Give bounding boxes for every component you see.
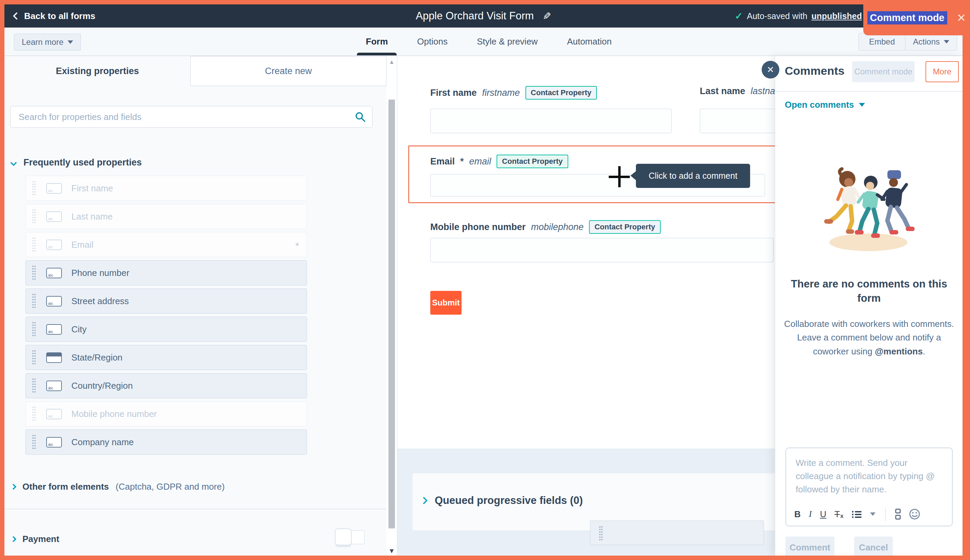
- drag-handle-icon: [32, 406, 36, 422]
- other-form-elements-toggle[interactable]: Other form elements (Captcha, GDPR and m…: [11, 482, 225, 492]
- queued-progressive-toggle[interactable]: Queued progressive fields (0): [421, 494, 583, 507]
- contact-property-badge: Contact Property: [525, 86, 597, 100]
- drag-handle-icon[interactable]: [32, 322, 36, 337]
- divider: [4, 509, 387, 509]
- field-label-last-name: Last name lastname: [700, 86, 775, 97]
- last-name-input[interactable]: [700, 109, 775, 133]
- drag-handle-icon[interactable]: [32, 434, 36, 450]
- property-item-phone-number[interactable]: Phone number: [25, 260, 307, 285]
- composer-placeholder: Write a comment. Send your colleague a n…: [786, 448, 952, 496]
- drag-handle-icon[interactable]: [32, 350, 36, 365]
- emoji-icon[interactable]: [909, 508, 920, 520]
- chevron-down-icon: [859, 103, 865, 107]
- scrollbar-thumb[interactable]: [388, 100, 395, 528]
- open-comments-filter[interactable]: Open comments: [785, 100, 865, 110]
- mobile-phone-input[interactable]: [430, 238, 773, 262]
- properties-scrollbar[interactable]: ▲ ▼: [387, 56, 397, 556]
- drag-handle-icon[interactable]: [32, 265, 36, 281]
- italic-icon[interactable]: I: [809, 509, 812, 519]
- edit-title-icon[interactable]: ✎: [543, 10, 551, 22]
- required-asterisk: *: [295, 241, 299, 252]
- text-field-icon: [46, 212, 62, 222]
- text-field-icon: [46, 324, 62, 335]
- tab-existing-properties[interactable]: Existing properties: [4, 56, 190, 86]
- chevron-down-icon: [68, 40, 73, 44]
- snippet-icon[interactable]: [895, 509, 901, 520]
- field-label-first-name: First name firstname Contact Property: [430, 86, 597, 100]
- properties-search: [10, 106, 373, 128]
- toggle-knob: [335, 528, 352, 545]
- form-canvas: First name firstname Contact Property La…: [397, 56, 775, 556]
- comment-mode-frame-right: [963, 0, 970, 560]
- dropdown-field-icon: [46, 352, 62, 363]
- learn-more-button[interactable]: Learn more: [14, 33, 81, 51]
- tab-automation[interactable]: Automation: [567, 28, 612, 55]
- tab-form[interactable]: Form: [366, 28, 388, 55]
- bold-icon[interactable]: B: [794, 509, 801, 520]
- chevron-down-icon[interactable]: [870, 512, 875, 516]
- property-item-first-name: First name: [25, 176, 307, 201]
- tab-create-new[interactable]: Create new: [190, 56, 387, 86]
- chevron-down-icon: [944, 40, 949, 43]
- property-item-country-region[interactable]: Country/Region: [25, 373, 307, 398]
- payment-toggle[interactable]: [335, 528, 366, 546]
- scroll-up-icon[interactable]: ▲: [387, 59, 397, 66]
- embed-button[interactable]: Embed: [858, 33, 905, 51]
- more-button[interactable]: More: [925, 61, 959, 82]
- back-label: Back to all forms: [24, 11, 95, 22]
- autosave-status: ✓ Auto-saved with unpublished: [735, 10, 862, 22]
- submit-button[interactable]: Submit: [430, 291, 462, 315]
- top-navbar: Back to all forms Apple Orchard Visit Fo…: [4, 4, 963, 28]
- payment-section-toggle[interactable]: Payment: [11, 534, 59, 544]
- exit-comment-mode-icon[interactable]: ✕: [957, 11, 966, 25]
- chevron-left-icon: [13, 12, 21, 20]
- drag-handle-icon: [32, 237, 36, 252]
- property-item-state-region[interactable]: State/Region: [25, 345, 307, 370]
- close-comments-icon[interactable]: ✕: [762, 61, 779, 78]
- property-item-street-address[interactable]: Street address: [25, 288, 307, 313]
- autosave-text: Auto-saved with: [747, 11, 808, 21]
- empty-state-title: There are no comments on this form: [785, 277, 953, 305]
- bullet-list-icon[interactable]: [852, 510, 862, 518]
- divider: [775, 91, 963, 92]
- comment-composer[interactable]: Write a comment. Send your colleague a n…: [785, 448, 953, 527]
- chevron-right-icon: [420, 497, 428, 505]
- page-title: Apple Orchard Visit Form: [416, 10, 533, 22]
- drag-handle-icon[interactable]: [32, 378, 36, 393]
- property-item-city[interactable]: City: [25, 317, 307, 342]
- back-to-forms-button[interactable]: Back to all forms: [14, 11, 95, 22]
- add-comment-tooltip: Click to add a comment: [636, 164, 750, 188]
- section-title: Frequently used properties: [23, 157, 142, 168]
- frequently-used-section-toggle[interactable]: Frequently used properties: [11, 157, 142, 168]
- actions-button[interactable]: Actions: [905, 33, 957, 51]
- dragged-field-placeholder[interactable]: [590, 521, 764, 545]
- divider: [885, 507, 886, 521]
- first-name-input[interactable]: [430, 109, 672, 133]
- comment-mode-button[interactable]: Comment mode: [852, 61, 915, 82]
- tab-style-preview[interactable]: Style & preview: [477, 28, 538, 55]
- learn-more-label: Learn more: [22, 37, 63, 47]
- comment-submit-button[interactable]: Comment: [785, 537, 834, 556]
- comments-title: Comments: [785, 64, 845, 77]
- autosave-unpublished-link[interactable]: unpublished: [811, 11, 862, 21]
- comment-mode-frame-bottom: [0, 556, 970, 560]
- text-field-icon: [46, 240, 62, 250]
- scroll-down-icon[interactable]: ▼: [387, 547, 397, 555]
- editor-tabs: Form Options Style & preview Automation: [327, 28, 650, 55]
- property-list: First name Last name Email * Phone numbe…: [25, 176, 307, 458]
- empty-state-body: Collaborate with coworkers with comments…: [783, 317, 955, 358]
- underline-icon[interactable]: U: [820, 509, 826, 520]
- chevron-right-icon: [10, 536, 16, 542]
- clear-formatting-icon[interactable]: Tx: [834, 509, 843, 520]
- contact-property-badge: Contact Property: [589, 220, 660, 234]
- editor-toolbar: Learn more Form Options Style & preview …: [4, 28, 963, 56]
- search-input[interactable]: [10, 106, 373, 128]
- property-item-company-name[interactable]: Company name: [25, 430, 307, 455]
- field-label-email: Email * email Contact Property: [430, 155, 568, 168]
- properties-panel: Existing properties Create new Frequentl…: [4, 56, 387, 556]
- comment-cancel-button[interactable]: Cancel: [854, 537, 893, 556]
- check-icon: ✓: [735, 10, 743, 22]
- text-field-icon: [46, 409, 62, 419]
- tab-options[interactable]: Options: [417, 28, 448, 55]
- drag-handle-icon[interactable]: [32, 293, 36, 309]
